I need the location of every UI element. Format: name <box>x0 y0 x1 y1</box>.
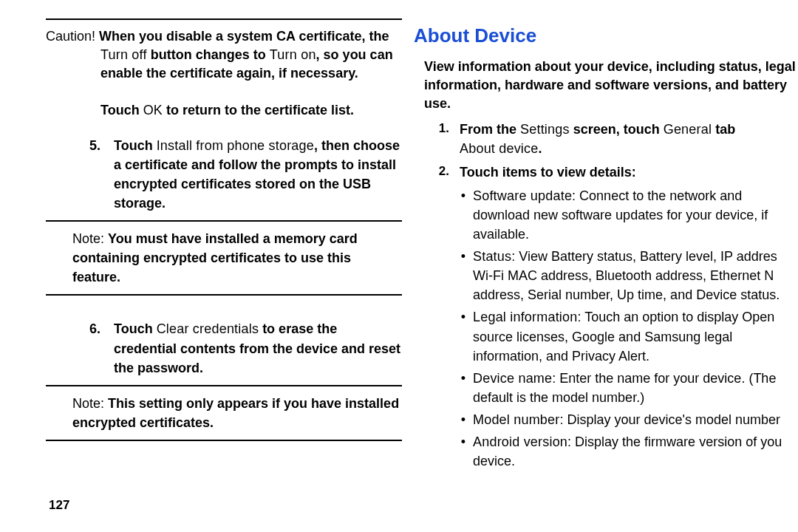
detail-key: Legal information <box>473 310 578 324</box>
touch-ok-pre: Touch <box>100 103 143 117</box>
caution-text-2b: button changes to <box>151 47 270 62</box>
step-6-block: 6. Touch Clear credentials to erase the … <box>46 296 402 384</box>
step-number: 1. <box>414 120 460 158</box>
caution-text-2a: Turn off <box>100 47 151 62</box>
detail-model-number: • Model number: Display your device's mo… <box>449 410 798 429</box>
step-number: 2. <box>414 163 460 182</box>
detail-val: : View Battery status, Battery level, IP… <box>473 249 780 302</box>
note-2-block: Note: This setting only appears if you h… <box>46 386 402 440</box>
caution-text-3: enable the certificate again, if necessa… <box>100 66 358 81</box>
s1-f: About device <box>460 141 538 156</box>
rule <box>46 440 402 441</box>
detail-key: Device name <box>473 371 552 386</box>
s2-text: Touch items to view details: <box>460 163 798 182</box>
note-label: Note: <box>72 396 108 411</box>
s1-a: From the <box>460 122 520 137</box>
detail-device-name: • Device name: Enter the name for your d… <box>449 369 798 407</box>
s1-c: screen, touch <box>570 122 664 137</box>
about-device-heading: About Device <box>414 24 798 47</box>
about-step-2: 2. Touch items to view details: <box>414 163 798 182</box>
detail-key: Status <box>473 249 511 264</box>
step5-b: Install from phone storage <box>157 138 314 153</box>
detail-software-update: • Software update: Connect to the networ… <box>449 186 798 244</box>
detail-status: • Status: View Battery status, Battery l… <box>449 247 798 304</box>
step6-b: Clear credentials <box>157 321 259 336</box>
detail-key: Android version <box>473 434 567 449</box>
page-number: 127 <box>49 498 69 513</box>
caution-text-1: When you disable a system CA certificate… <box>99 29 389 44</box>
step-5: 5. Touch Install from phone storage, the… <box>46 136 402 213</box>
step-number: 6. <box>46 319 114 377</box>
caution-block: Caution! When you disable a system CA ce… <box>46 20 402 220</box>
s1-d: General <box>664 122 712 137</box>
step6-a: Touch <box>114 321 157 336</box>
detail-key: Model number <box>473 412 559 427</box>
caution-text-2d: , so you can <box>316 47 393 62</box>
step-6: 6. Touch Clear credentials to erase the … <box>46 319 402 377</box>
note-text: You must have installed a memory card co… <box>72 231 358 284</box>
s1-e: tab <box>712 122 735 137</box>
caution-label: Caution! <box>46 29 99 44</box>
note-1-block: Note: You must have installed a memory c… <box>46 222 402 294</box>
note-label: Note: <box>72 231 108 246</box>
left-column: Caution! When you disable a system CA ce… <box>46 18 402 441</box>
detail-key: Software update <box>473 188 572 203</box>
touch-ok-post: to return to the certificate list. <box>163 103 354 117</box>
about-step-1: 1. From the Settings screen, touch Gener… <box>414 120 798 158</box>
note-text: This setting only appears if you have in… <box>72 396 399 430</box>
detail-legal: • Legal information: Touch an option to … <box>449 307 798 365</box>
s1-b: Settings <box>520 122 570 137</box>
step-number: 5. <box>46 136 114 213</box>
touch-ok-mid: OK <box>143 103 163 117</box>
s1-g: . <box>538 141 542 156</box>
step5-a: Touch <box>114 138 157 153</box>
detail-android-version: • Android version: Display the firmware … <box>449 432 798 471</box>
about-intro: View information about your device, incl… <box>424 58 798 114</box>
detail-val: : Display your device's model number <box>559 412 780 427</box>
caution-text-2c: Turn on <box>270 47 316 62</box>
right-column: About Device View information about your… <box>414 24 798 474</box>
